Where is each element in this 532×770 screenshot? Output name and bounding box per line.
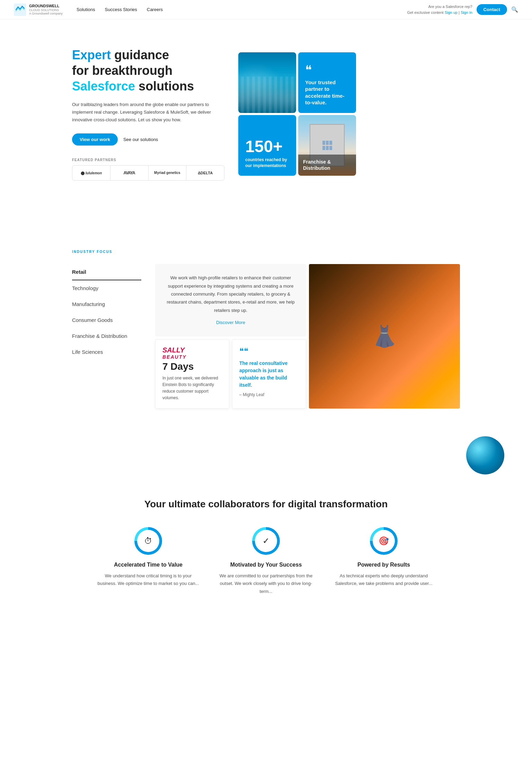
hero-image-grid: ❝ Your trusted partner to accelerate tim…: [238, 52, 356, 176]
industry-nav: Retail Technology Manufacturing Consumer…: [72, 264, 141, 409]
collab-card-results: 🎯 Powered by Results As technical expert…: [332, 527, 436, 595]
results-card-title: Powered by Results: [357, 562, 410, 568]
industry-nav-franchise[interactable]: Franchise & Distribution: [72, 328, 141, 344]
industry-image: 👗: [309, 264, 460, 409]
nav-sign-in[interactable]: Sign in: [461, 10, 472, 15]
nav-solutions[interactable]: Solutions: [77, 7, 95, 12]
industry-description-text: We work with high-profile retailers to e…: [163, 274, 298, 314]
salesforce-rep-text: Are you a Salesforce rep? Get exclusive …: [407, 4, 472, 15]
nav-careers[interactable]: Careers: [147, 7, 163, 12]
contact-button[interactable]: Contact: [477, 4, 507, 15]
navigation: GROUNDSWELL CLOUD SOLUTIONS A Groundswel…: [0, 0, 532, 19]
search-icon[interactable]: 🔍: [511, 6, 518, 13]
sally-logo: SALLY BEAUTY: [162, 347, 222, 360]
time-card-desc: We understand how critical timing is to …: [96, 572, 200, 587]
nav-sign-up[interactable]: Sign up: [445, 10, 458, 15]
industry-bottom-cards: SALLY BEAUTY 7 Days In just one week, we…: [155, 339, 306, 409]
hero-card-stat: 150+ countries reached by our implementa…: [238, 115, 296, 176]
time-card-title: Accelerated Time to Value: [114, 562, 183, 568]
success-card-desc: We are committed to our partnerships fro…: [214, 572, 318, 595]
hero-card-ocean: [238, 52, 296, 113]
industry-description-box: We work with high-profile retailers to e…: [155, 264, 306, 336]
hero-card-trusted: ❝ Your trusted partner to accelerate tim…: [298, 52, 356, 113]
clothes-visual: 👗: [309, 264, 460, 409]
stat-description: countries reached by our implementations: [245, 157, 289, 169]
logo-tagline: A Groundswell company: [29, 12, 63, 15]
franchise-text: Franchise & Distribution: [298, 155, 356, 175]
trusted-partner-text: Your trusted partner to accelerate time-…: [305, 79, 349, 106]
collaborators-section: Your ultimate collaborators for digital …: [0, 478, 532, 623]
logo-name: GROUNDSWELL: [29, 4, 63, 8]
industry-section-label: INDUSTRY FOCUS: [72, 250, 460, 254]
collab-card-success: ✓ Motivated by Your Success We are commi…: [214, 527, 318, 595]
nav-links: Solutions Success Stories Careers: [77, 7, 407, 12]
logo[interactable]: GROUNDSWELL CLOUD SOLUTIONS A Groundswel…: [14, 3, 63, 16]
see-solutions-link[interactable]: See our solutions: [123, 137, 158, 142]
quote-text: The real consultative approach is just a…: [239, 360, 299, 389]
clothes-rack-icon: 👗: [372, 324, 398, 349]
nav-right: Are you a Salesforce rep? Get exclusive …: [407, 4, 518, 15]
quote-marks-icon: ❝: [305, 64, 349, 76]
results-card-desc: As technical experts who deeply understa…: [332, 572, 436, 587]
time-icon-circle: ⏱: [134, 527, 162, 555]
collab-card-time: ⏱ Accelerated Time to Value We understan…: [96, 527, 200, 595]
hero-buttons: View our work See our solutions: [72, 133, 224, 146]
stat-number: 150+: [245, 138, 289, 155]
industry-nav-manufacturing[interactable]: Manufacturing: [72, 296, 141, 312]
hero-description: Our trailblazing leaders from around the…: [72, 101, 224, 124]
hero-section: Expert guidancefor breakthroughSalesforc…: [0, 19, 532, 215]
clock-icon: ⏱: [144, 536, 152, 546]
logo-subtitle: CLOUD SOLUTIONS: [29, 8, 63, 12]
industry-nav-life-sciences[interactable]: Life Sciences: [72, 344, 141, 360]
circle-decoration-section: [0, 436, 532, 464]
collaborators-cards: ⏱ Accelerated Time to Value We understan…: [72, 527, 460, 595]
industry-content: We work with high-profile retailers to e…: [155, 264, 460, 409]
discover-more-link[interactable]: Discover More: [163, 318, 298, 326]
sally-days: 7 Days: [162, 361, 222, 372]
partner-myriad: Myriad genetics: [149, 166, 187, 180]
quote-icon: ❝❝: [239, 347, 299, 356]
sally-description: In just one week, we delivered Einstein …: [162, 375, 222, 402]
industry-nav-consumer-goods[interactable]: Consumer Goods: [72, 312, 141, 328]
circle-decoration: [466, 436, 504, 474]
collaborators-title: Your ultimate collaborators for digital …: [72, 499, 460, 510]
industry-nav-retail[interactable]: Retail: [72, 264, 141, 280]
results-icon-circle: 🎯: [370, 527, 398, 555]
partner-delta: ΔDELTA: [186, 166, 224, 180]
partner-lululemon: ⬤ lululemon: [72, 166, 110, 180]
target-icon: 🎯: [379, 536, 389, 546]
view-work-button[interactable]: View our work: [72, 133, 118, 146]
industry-nav-technology[interactable]: Technology: [72, 280, 141, 296]
industry-section: INDUSTRY FOCUS Retail Technology Manufac…: [0, 215, 532, 436]
hero-title-expert: Expert: [72, 48, 111, 62]
quote-card: ❝❝ The real consultative approach is jus…: [232, 339, 306, 409]
hero-title: Expert guidancefor breakthroughSalesforc…: [72, 47, 224, 94]
success-icon-circle: ✓: [252, 527, 280, 555]
check-icon: ✓: [263, 536, 269, 546]
sally-beauty-card: SALLY BEAUTY 7 Days In just one week, we…: [155, 339, 229, 409]
hero-left: Expert guidancefor breakthroughSalesforc…: [72, 47, 224, 181]
nav-success-stories[interactable]: Success Stories: [105, 7, 137, 12]
partners-grid: ⬤ lululemon AVAYA Myriad genetics ΔDELTA: [72, 165, 224, 181]
industry-layout: Retail Technology Manufacturing Consumer…: [72, 264, 460, 409]
hero-card-franchise: Franchise & Distribution: [298, 115, 356, 176]
success-card-title: Motivated by Your Success: [230, 562, 302, 568]
partner-avaya: AVAYA: [110, 166, 149, 180]
hero-title-salesforce: Salesforce: [72, 79, 135, 93]
quote-author: – Mighty Leaf: [239, 392, 299, 397]
featured-partners-label: FEATURED PARTNERS: [72, 158, 224, 162]
